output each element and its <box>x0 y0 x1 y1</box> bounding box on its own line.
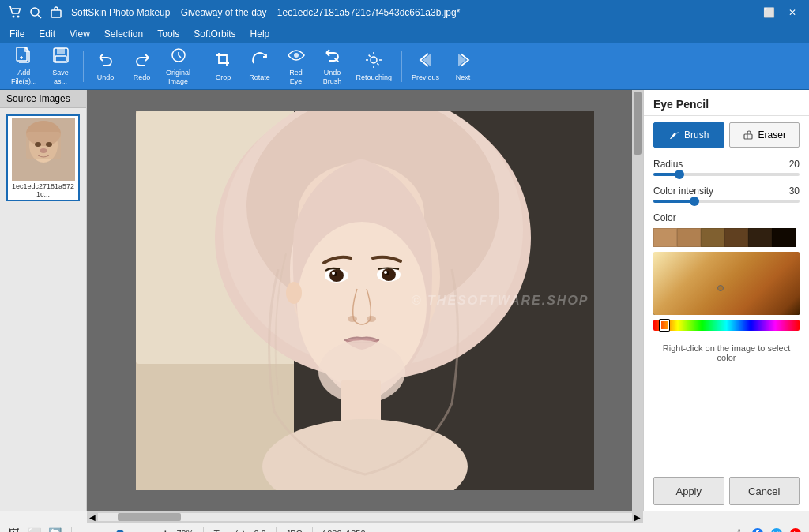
undo-brush-label: UndoBrush <box>323 69 342 86</box>
maximize-button[interactable]: ⬜ <box>758 4 779 21</box>
hscroll-thumb[interactable] <box>118 513 181 521</box>
svg-point-40 <box>384 271 387 274</box>
intensity-slider[interactable] <box>653 200 800 203</box>
canvas-area[interactable]: © THESOFTWARE.SHOP <box>87 90 643 511</box>
redo-button[interactable]: Redo <box>125 46 160 87</box>
color-section: Color <box>644 208 809 340</box>
cancel-button[interactable]: Cancel <box>729 477 800 505</box>
source-images-panel: Source Images 1ec1edc2718 <box>0 90 87 511</box>
eraser-button[interactable]: Eraser <box>729 122 800 148</box>
radius-label: Radius 20 <box>653 159 800 170</box>
vertical-scrollbar[interactable] <box>632 90 643 511</box>
svg-point-39 <box>332 272 335 275</box>
svg-line-3 <box>38 15 41 18</box>
color-label: Color <box>653 212 800 223</box>
menu-selection[interactable]: Selection <box>98 27 149 41</box>
zoom-thumb[interactable] <box>116 530 124 533</box>
close-button[interactable]: ✕ <box>782 4 803 21</box>
status-sep-1 <box>71 527 72 533</box>
red-eye-label: RedEye <box>289 69 303 86</box>
original-image-label: OriginalImage <box>166 69 190 86</box>
status-refresh-icon[interactable]: 🔄 <box>47 526 62 533</box>
minimize-button[interactable]: — <box>735 4 755 21</box>
intensity-thumb[interactable] <box>690 197 699 206</box>
retouching-label: Retouching <box>356 73 393 81</box>
zoom-plus[interactable]: + <box>160 527 170 533</box>
youtube-icon[interactable] <box>788 526 803 533</box>
original-image-button[interactable]: OriginalImage <box>161 46 196 87</box>
swatch-3[interactable] <box>724 228 748 247</box>
status-view-icon-2[interactable]: ⬜ <box>27 526 41 533</box>
action-buttons: Apply Cancel <box>644 470 809 511</box>
crop-button[interactable]: Crop <box>206 46 241 87</box>
apply-button[interactable]: Apply <box>653 477 724 505</box>
original-image-icon <box>169 46 188 67</box>
info-icon[interactable]: ℹ <box>732 526 746 533</box>
rainbow-bar[interactable] <box>653 320 800 331</box>
status-view-icon-1[interactable]: 🖼 <box>6 526 21 533</box>
red-eye-icon <box>287 46 306 67</box>
retouching-icon <box>364 51 383 72</box>
red-eye-button[interactable]: RedEye <box>279 46 314 87</box>
svg-rect-4 <box>51 10 61 17</box>
cart-icon[interactable] <box>6 4 24 21</box>
time-value: 0.0 <box>254 529 265 533</box>
menu-view[interactable]: View <box>63 27 96 41</box>
hint-text: Right-click on the image to select color <box>644 340 809 369</box>
scroll-right-button[interactable]: ▶ <box>632 511 643 523</box>
svg-rect-7 <box>57 48 65 54</box>
menu-file[interactable]: File <box>3 27 31 41</box>
status-sep-3 <box>276 527 277 533</box>
swatch-0[interactable] <box>653 228 677 247</box>
status-sep-2 <box>203 527 204 533</box>
redo-icon <box>133 51 152 72</box>
hscroll-track[interactable] <box>98 513 632 521</box>
thumbnail-image <box>12 118 75 181</box>
undo-button[interactable]: Undo <box>88 46 123 87</box>
swatch-4[interactable] <box>748 228 772 247</box>
search-icon[interactable] <box>27 4 44 21</box>
next-icon <box>453 51 472 72</box>
next-button[interactable]: Next <box>446 46 480 87</box>
svg-point-19 <box>46 142 52 147</box>
menu-help[interactable]: Help <box>244 27 277 41</box>
menu-tools[interactable]: Tools <box>151 27 186 41</box>
rotate-button[interactable]: Rotate <box>243 46 277 87</box>
retouching-button[interactable]: Retouching <box>352 46 397 87</box>
scrollbar-thumb[interactable] <box>634 92 642 155</box>
menu-edit[interactable]: Edit <box>32 27 62 41</box>
swatch-1[interactable] <box>677 228 701 247</box>
image-format: JPG <box>286 529 303 533</box>
svg-point-11 <box>371 57 377 63</box>
add-files-button[interactable]: AddFile(s)... <box>6 46 42 87</box>
thumbnail-item[interactable]: 1ec1edc27181a5721c... <box>6 114 80 201</box>
package-icon[interactable] <box>47 4 65 21</box>
swatch-5[interactable] <box>772 228 796 247</box>
previous-button[interactable]: Previous <box>407 46 444 87</box>
undo-brush-button[interactable]: UndoBrush <box>315 46 350 87</box>
zoom-control: − + 79% <box>81 527 194 533</box>
status-right-icons: ℹ <box>732 526 803 533</box>
save-as-label: Saveas... <box>52 69 69 86</box>
radius-slider[interactable] <box>653 173 800 176</box>
radius-slider-row <box>653 173 800 176</box>
images-list: 1ec1edc27181a5721c... <box>0 108 86 511</box>
toolbar: AddFile(s)... Saveas... Undo Red <box>0 43 809 90</box>
swatch-2[interactable] <box>701 228 724 247</box>
svg-point-1 <box>17 16 20 18</box>
color-picker-gradient[interactable] <box>653 252 800 315</box>
svg-point-20 <box>40 148 47 153</box>
radius-thumb[interactable] <box>675 170 684 179</box>
scroll-left-button[interactable]: ◀ <box>87 511 98 523</box>
svg-point-10 <box>294 53 299 58</box>
twitter-icon[interactable] <box>769 526 784 533</box>
menu-softorbits[interactable]: SoftOrbits <box>187 27 242 41</box>
color-swatches <box>653 228 800 247</box>
facebook-icon[interactable] <box>751 526 765 533</box>
save-as-button[interactable]: Saveas... <box>43 46 78 87</box>
redo-label: Redo <box>134 73 151 81</box>
undo-icon <box>96 51 115 72</box>
panel-header: Eye Pencil <box>644 90 809 116</box>
brush-button[interactable]: Brush <box>653 122 724 148</box>
zoom-minus[interactable]: − <box>81 527 91 533</box>
